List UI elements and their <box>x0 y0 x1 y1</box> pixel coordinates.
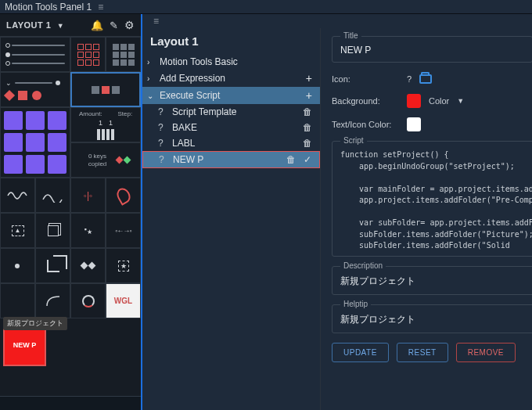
trash-icon[interactable]: 🗑 <box>286 154 296 165</box>
remove-button[interactable]: REMOVE <box>456 343 516 362</box>
trash-icon[interactable]: 🗑 <box>303 122 312 133</box>
panel-titlebar: Motion Tools Panel 1 ≡ <box>0 0 532 14</box>
crop-tool[interactable] <box>35 248 70 283</box>
chevron-down-icon: ▼ <box>57 22 64 30</box>
plus-icon[interactable]: + <box>306 89 312 102</box>
tree-child-label: LABL <box>172 138 195 149</box>
check-icon[interactable]: ✓ <box>304 154 311 165</box>
tree-child-newp[interactable]: ?NEW P🗑✓ <box>142 151 320 168</box>
layout-dropdown-label: LAYOUT 1 <box>6 20 51 30</box>
properties-panel: Title NEW P Show Name Icon: ? Show Icon … <box>321 28 532 410</box>
helptip-field-label: Helptip <box>340 300 371 308</box>
title-input[interactable]: NEW P <box>340 45 524 56</box>
curve-tool[interactable] <box>35 283 70 318</box>
wave2-tool[interactable] <box>35 178 70 213</box>
starbox-tool[interactable]: ★ <box>106 248 141 283</box>
trash-icon[interactable]: 🗑 <box>303 138 312 149</box>
question-icon[interactable]: ? <box>407 74 412 84</box>
bell-icon[interactable]: 🔔 <box>91 20 103 31</box>
panel-menu-icon[interactable]: ≡ <box>98 2 103 13</box>
caret-right-icon: › <box>147 74 155 83</box>
tree-node-label: Add Expression <box>160 73 225 84</box>
star-tool[interactable]: ▪★ <box>70 213 106 248</box>
tree-child-label: Script Template <box>172 106 236 117</box>
reset-button-label: RESET <box>408 348 437 357</box>
empty-tool[interactable] <box>0 283 35 318</box>
texticon-swatch[interactable] <box>407 117 421 131</box>
layout-dropdown[interactable]: LAYOUT 1 ▼ <box>6 20 64 31</box>
amount-value: 1 <box>99 119 102 127</box>
amount-label: Amount: <box>79 110 102 117</box>
layers-tool[interactable] <box>35 213 70 248</box>
shape-tool[interactable]: ⌄ <box>0 72 70 107</box>
chevron-down-icon: ▼ <box>457 97 464 105</box>
trash-icon[interactable]: 🗑 <box>303 106 312 117</box>
purple-grid-tool[interactable] <box>0 107 70 178</box>
slider-tool[interactable] <box>0 37 70 72</box>
scrub-bar[interactable] <box>0 396 141 410</box>
plus-icon[interactable]: + <box>306 72 312 85</box>
tree-node-basic[interactable]: ›Motion Tools Basic <box>142 54 320 70</box>
wgl-tool[interactable]: WGL <box>106 283 141 318</box>
arrows-tool[interactable]: ◦←→◦ <box>106 213 141 248</box>
new-p-button-label: NEW P <box>13 341 37 349</box>
bg-swatch[interactable] <box>407 94 421 108</box>
tool-palette: LAYOUT 1 ▼ 🔔 ✎ ⚙ ⌄ <box>0 14 142 410</box>
ring-tool[interactable] <box>70 283 106 318</box>
update-button-label: UPDATE <box>343 348 377 357</box>
color-dropdown[interactable]: Color▼ <box>429 96 464 106</box>
icon-label: Icon: <box>332 74 399 84</box>
panel-title: Motion Tools Panel 1 <box>5 2 92 13</box>
tree-child-label: BAKE <box>172 122 197 133</box>
teardrop-tool[interactable] <box>106 178 141 213</box>
dashbox-tool[interactable]: ▲ <box>0 213 35 248</box>
dot-tool[interactable] <box>0 248 35 283</box>
script-textarea[interactable]: function setProject() { app.beginUndoGro… <box>340 149 532 252</box>
color-dropdown-label: Color <box>429 96 449 106</box>
title-field-label: Title <box>340 31 361 40</box>
texticon-label: Text/Icon Color: <box>332 120 399 129</box>
tree-node-label: Execute Script <box>160 90 220 101</box>
grid-outline-tool[interactable] <box>70 37 106 72</box>
square-select-tool[interactable] <box>70 72 141 107</box>
tree-child-labl[interactable]: ?LABL🗑 <box>142 135 320 151</box>
tree-child-template[interactable]: ?Script Template🗑 <box>142 104 320 120</box>
tree-node-expression[interactable]: ›Add Expression+ <box>142 70 320 87</box>
tree-child-bake[interactable]: ?BAKE🗑 <box>142 120 320 135</box>
step-label: Step: <box>117 110 132 117</box>
tree-child-label: NEW P <box>173 154 203 165</box>
tree-panel: Layout 1 ›Motion Tools Basic ›Add Expres… <box>142 28 321 410</box>
update-button[interactable]: UPDATE <box>332 343 389 362</box>
helptip-input[interactable]: 新規プロジェクト <box>340 313 532 326</box>
keys-copied-tool[interactable]: 0 keys copied <box>70 142 141 178</box>
remove-button-label: REMOVE <box>468 348 504 357</box>
wgl-label: WGL <box>114 297 132 305</box>
sparkle-tool[interactable] <box>70 248 106 283</box>
description-input[interactable]: 新規プロジェクト <box>340 275 532 288</box>
step-value: 1 <box>109 119 113 127</box>
amount-step-tool[interactable]: Amount:Step: 11 <box>70 107 141 142</box>
caret-down-icon: ⌄ <box>147 92 155 100</box>
right-menu-icon[interactable]: ≡ <box>153 16 159 27</box>
caret-right-icon: › <box>147 58 155 67</box>
folder-icon[interactable] <box>419 74 432 84</box>
script-field-label: Script <box>340 136 367 145</box>
wave1-tool[interactable] <box>0 178 35 213</box>
new-p-tooltip: 新規プロジェクト <box>3 317 67 330</box>
pencil-icon[interactable]: ✎ <box>110 20 118 31</box>
grid-fill-tool[interactable] <box>106 37 141 72</box>
description-field-label: Description <box>340 261 386 270</box>
tree-title: Layout 1 <box>142 34 320 54</box>
mirror-tool[interactable]: ◦|◦ <box>70 178 106 213</box>
background-label: Background: <box>332 96 399 106</box>
keys-copied-label: 0 keys copied <box>82 153 113 167</box>
tree-node-label: Motion Tools Basic <box>160 56 238 67</box>
tree-node-script[interactable]: ⌄Execute Script+ <box>142 87 320 104</box>
reset-button[interactable]: RESET <box>397 343 448 362</box>
gear-icon[interactable]: ⚙ <box>124 19 135 31</box>
